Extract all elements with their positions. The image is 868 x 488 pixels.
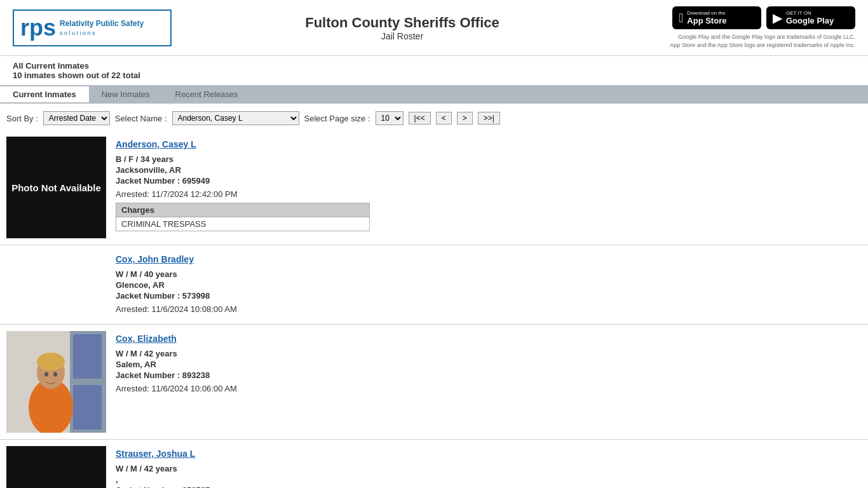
inmate-photo-svg — [6, 331, 106, 433]
right-header:  Download on the App Store ▶ GET IT ON … — [633, 6, 855, 49]
sort-select[interactable]: Arrested Date Name — [43, 111, 110, 125]
appstore-text: Download on the App Store — [687, 10, 726, 25]
trademark-text: Google Play and the Google Play logo are… — [670, 33, 855, 49]
googleplay-badge[interactable]: ▶ GET IT ON Google Play — [766, 6, 855, 29]
jacket-label: Jacket Number : — [116, 176, 180, 186]
inmate-arrested: Arrested: 11/7/2024 12:42:00 PM — [116, 189, 862, 199]
inmate-race-gender-age: W / M / 42 years — [116, 464, 862, 473]
inmate-race-gender-age: W / M / 42 years — [116, 349, 862, 358]
appstore-badge[interactable]:  Download on the App Store — [672, 6, 761, 29]
svg-rect-4 — [73, 385, 102, 430]
toolbar: Sort By : Arrested Date Name Select Name… — [0, 109, 868, 130]
googleplay-icon: ▶ — [773, 10, 782, 25]
page-title: Fulton County Sheriffs Office — [305, 15, 499, 31]
inmate-info: Strauser, Joshua L W / M / 42 years , Ja… — [116, 446, 862, 488]
nav-next-button[interactable]: > — [457, 112, 473, 125]
arrested-label: Arrested: — [116, 304, 149, 314]
inmate-location: Glencoe, AR — [116, 280, 862, 290]
rps-logo-text: rps — [20, 15, 56, 41]
nav-prev-button[interactable]: < — [436, 112, 452, 125]
arrested-label: Arrested: — [116, 189, 149, 199]
inmates-summary: All Current Inmates 10 inmates shown out… — [0, 56, 868, 85]
arrested-label: Arrested: — [116, 384, 149, 393]
nav-first-button[interactable]: |<< — [409, 112, 431, 125]
tab-recent-releases[interactable]: Recent Releases — [163, 86, 251, 102]
page-header: rps Relativity Public Safety s o l u t i… — [0, 0, 868, 56]
tabs-bar: Current Inmates New Inmates Recent Relea… — [0, 85, 868, 104]
tab-current-inmates[interactable]: Current Inmates — [0, 86, 89, 102]
svg-point-8 — [44, 372, 48, 377]
inmate-jacket: Jacket Number : 573998 — [116, 291, 862, 301]
inmate-name-link[interactable]: Anderson, Casey L — [116, 139, 196, 149]
inmate-row: Cox, John Bradley W / M / 40 years Glenc… — [0, 245, 868, 325]
inmate-arrested: Arrested: 11/6/2024 10:08:00 AM — [116, 304, 862, 314]
logo-left: rps Relativity Public Safety s o l u t i… — [13, 10, 172, 46]
jacket-label: Jacket Number : — [116, 370, 180, 380]
inmate-location: Salem, AR — [116, 360, 862, 369]
inmate-name-link[interactable]: Strauser, Joshua L — [116, 449, 195, 459]
logo-subtext-left: Relativity Public Safety s o l u t i o n… — [60, 18, 144, 37]
page-title-area: Fulton County Sheriffs Office Jail Roste… — [305, 15, 499, 41]
inmate-location: , — [116, 475, 862, 484]
tab-new-inmates[interactable]: New Inmates — [89, 86, 163, 102]
inmate-jacket: Jacket Number : 893238 — [116, 370, 862, 380]
name-select[interactable]: Anderson, Casey L Cox, John Bradley Cox,… — [172, 111, 299, 125]
inmate-info: Anderson, Casey L B / F / 34 years Jacks… — [116, 137, 862, 231]
charge-item: CRIMINAL TRESPASS — [116, 217, 370, 231]
name-label: Select Name : — [115, 114, 167, 123]
inmate-jacket: Jacket Number : 695949 — [116, 176, 862, 186]
inmate-name-link[interactable]: Cox, John Bradley — [116, 254, 194, 264]
inmate-row: Cox, Elizabeth W / M / 42 years Salem, A… — [0, 325, 868, 440]
charges-header: Charges — [116, 203, 370, 217]
apple-icon:  — [679, 11, 683, 25]
page-subtitle: Jail Roster — [305, 31, 499, 41]
svg-point-9 — [53, 372, 57, 377]
inmate-photo-image — [6, 331, 106, 433]
inmate-name-link[interactable]: Cox, Elizabeth — [116, 334, 177, 344]
inmate-photo — [6, 331, 106, 433]
inmate-info: Cox, Elizabeth W / M / 42 years Salem, A… — [116, 331, 862, 397]
jacket-label: Jacket Number : — [116, 485, 180, 488]
nav-last-button[interactable]: >>| — [478, 112, 500, 125]
inmates-label2: 10 inmates shown out of 22 total — [13, 71, 855, 80]
inmates-label1: All Current Inmates — [13, 61, 855, 71]
inmate-race-gender-age: B / F / 34 years — [116, 154, 862, 164]
page-size-select[interactable]: 10 25 50 — [376, 111, 403, 125]
inmate-photo-empty — [6, 252, 106, 258]
page-size-label: Select Page size : — [304, 114, 370, 123]
inmate-race-gender-age: W / M / 40 years — [116, 269, 862, 279]
inmate-location: Jacksonville, AR — [116, 165, 862, 175]
inmate-row: Photo Not Available Strauser, Joshua L W… — [0, 440, 868, 488]
inmate-jacket: Jacket Number : 659727 — [116, 485, 862, 488]
jacket-label: Jacket Number : — [116, 291, 180, 301]
inmate-arrested: Arrested: 11/6/2024 10:06:00 AM — [116, 384, 862, 393]
charges-table: Charges CRIMINAL TRESPASS — [116, 203, 370, 231]
sort-label: Sort By : — [6, 114, 38, 123]
app-badges:  Download on the App Store ▶ GET IT ON … — [672, 6, 855, 29]
inmate-info: Cox, John Bradley W / M / 40 years Glenc… — [116, 252, 862, 318]
svg-point-7 — [37, 353, 65, 370]
googleplay-text: GET IT ON Google Play — [786, 10, 834, 25]
inmate-photo-unavailable: Photo Not Available — [6, 137, 106, 238]
inmate-row: Photo Not Available Anderson, Casey L B … — [0, 130, 868, 245]
inmate-photo-unavailable: Photo Not Available — [6, 446, 106, 488]
svg-rect-3 — [73, 334, 102, 379]
